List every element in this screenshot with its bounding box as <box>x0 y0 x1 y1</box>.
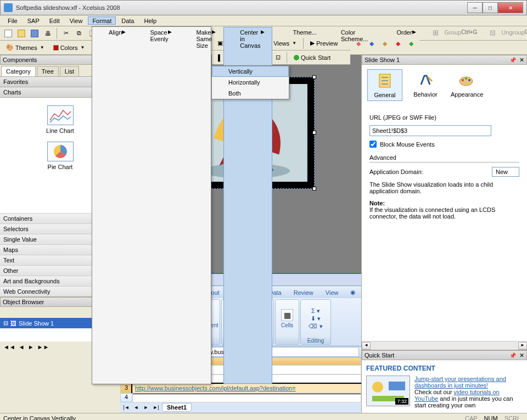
menu-data[interactable]: Data <box>117 16 138 25</box>
tab-category[interactable]: Category <box>1 66 36 76</box>
nav-prev-icon[interactable]: ◄ <box>19 344 25 350</box>
menu-file[interactable]: File <box>3 16 22 25</box>
window-title: Softpedia slideshow.xlf - Xcelsius 2008 <box>16 4 467 11</box>
sheet-tab-1[interactable]: Sheet1 <box>162 403 192 412</box>
nav-next-icon[interactable]: ► <box>28 344 34 350</box>
center-horizontally[interactable]: Horizontally <box>212 77 289 88</box>
menu-help[interactable]: Help <box>139 16 161 25</box>
sheet-nav-last[interactable]: ►| <box>152 405 160 410</box>
ungroup-icon: ⊟ <box>488 29 497 37</box>
format-order[interactable]: Order▶ <box>380 27 423 384</box>
video-duration: 7:32 <box>395 398 408 405</box>
minimize-button[interactable]: ─ <box>467 2 483 13</box>
print-button[interactable]: 🖶 <box>42 27 54 40</box>
tab-tree[interactable]: Tree <box>37 66 59 76</box>
cut-button[interactable]: ✂ <box>60 27 72 40</box>
save-button[interactable] <box>29 27 41 40</box>
object-browser-title: Object Browser <box>3 299 44 305</box>
sheet-nav-first[interactable]: |◄ <box>122 405 130 410</box>
themes-dropdown[interactable]: 🎨 Themes▼ <box>2 42 48 54</box>
copy-button[interactable]: ⧉ <box>73 27 85 40</box>
cell-d3[interactable]: http://www.businessobjects.com/ipl/defau… <box>132 384 361 393</box>
nav-first-icon[interactable]: ◄◄ <box>3 344 15 350</box>
sheet-nav-prev[interactable]: ◄ <box>132 405 140 410</box>
nav-last-icon[interactable]: ►► <box>37 344 49 350</box>
menu-bar: File SAP Edit View Format Data Help <box>0 15 527 26</box>
status-bar: Center in Canvas Vertically CAP NUM SCRL <box>0 413 527 420</box>
pie-chart-icon <box>47 142 74 161</box>
components-title: Components <box>3 57 37 63</box>
tab-list[interactable]: List <box>60 66 79 76</box>
object-item-label: Slide Show 1 <box>19 320 54 327</box>
new-button[interactable] <box>2 27 14 40</box>
num-indicator: NUM <box>481 415 501 420</box>
scrl-indicator: SCRL <box>501 415 524 420</box>
line-chart-icon <box>47 105 74 125</box>
title-bar: Softpedia slideshow.xlf - Xcelsius 2008 … <box>0 0 527 15</box>
group-icon: ⊞ <box>431 29 440 37</box>
format-menu-dropdown: Align▶ Space Evenly▶ Make Same Size▶ Cen… <box>92 26 211 384</box>
cell-d4[interactable] <box>132 393 361 402</box>
row-header-3[interactable]: 3 <box>120 384 132 393</box>
menu-edit[interactable]: Edit <box>45 16 64 25</box>
center-both[interactable]: Both <box>212 88 289 99</box>
cap-indicator: CAP <box>462 415 481 420</box>
maximize-button[interactable]: □ <box>483 2 498 13</box>
qs-line2a: Check out our <box>414 389 454 395</box>
sheet-nav-next[interactable]: ► <box>142 405 150 410</box>
status-text: Center in Canvas Vertically <box>3 415 76 420</box>
format-color-scheme[interactable]: Color Scheme... <box>324 27 376 384</box>
row-header-4[interactable]: 4 <box>120 393 132 402</box>
format-align[interactable]: Align▶ <box>92 27 133 384</box>
app-icon <box>4 3 13 12</box>
close-button[interactable]: ✕ <box>498 2 523 13</box>
center-vertically[interactable]: Vertically <box>212 66 289 77</box>
menu-format[interactable]: Format <box>88 16 116 25</box>
menu-sap[interactable]: SAP <box>23 16 44 25</box>
menu-view[interactable]: View <box>65 16 87 25</box>
tree-toggle-icon[interactable]: ⊟ <box>3 320 8 327</box>
format-ungroup[interactable]: ⊟UngroupCtrl+Shift+G <box>485 27 527 384</box>
format-group[interactable]: ⊞GroupCtrl+G <box>428 27 485 384</box>
slide-show-icon: 🖼 <box>10 320 16 327</box>
center-in-canvas-submenu: Vertically Horizontally Both <box>211 65 289 99</box>
colors-dropdown[interactable]: Colors▼ <box>49 42 89 54</box>
format-space-evenly[interactable]: Space Evenly▶ <box>133 27 180 384</box>
open-button[interactable] <box>15 27 27 40</box>
